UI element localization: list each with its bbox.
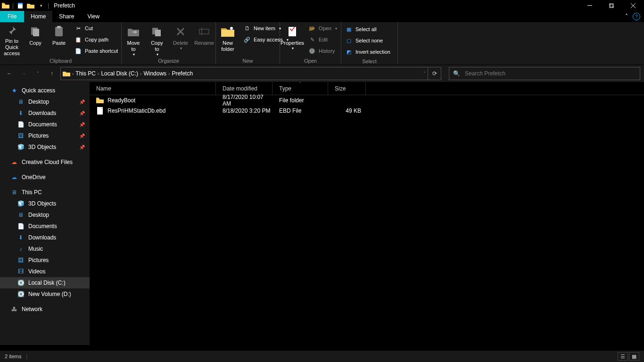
tab-view[interactable]: View <box>81 11 106 22</box>
nav-3d-objects[interactable]: 🧊3D Objects📌 <box>0 141 90 153</box>
nav-pc-documents[interactable]: 📄Documents <box>0 221 90 232</box>
group-label: Select <box>341 58 397 65</box>
search-box[interactable]: 🔍 Search Prefetch <box>449 67 640 80</box>
copy-to-button[interactable]: Copy to▾ <box>145 22 169 57</box>
address-row: ← → ˅ ↑ › This PC› Local Disk (C:)› Wind… <box>0 65 644 82</box>
refresh-button[interactable]: ⟳ <box>428 67 441 80</box>
thumbnails-view-button[interactable]: ▦ <box>629 352 639 361</box>
nav-pc-downloads[interactable]: ⬇Downloads <box>0 232 90 243</box>
file-row[interactable]: ResPriHMStaticDb.ebd8/18/2020 3:20 PMEBD… <box>90 106 644 116</box>
file-name: ResPriHMStaticDb.ebd <box>107 107 165 114</box>
col-size[interactable]: Size <box>328 82 366 95</box>
move-to-button[interactable]: Move to▾ <box>122 22 145 57</box>
edit-button[interactable]: ✎Edit <box>306 34 339 45</box>
drive-icon: 💽 <box>17 279 25 287</box>
cut-icon: ✂ <box>74 25 82 32</box>
qat-dropdown-icon[interactable]: ▾ <box>37 2 45 9</box>
nav-network[interactable]: 🖧Network <box>0 304 90 315</box>
address-bar[interactable]: › This PC› Local Disk (C:)› Windows› Pre… <box>60 67 428 80</box>
nav-pc-music[interactable]: ♪Music <box>0 243 90 255</box>
ribbon: Pin to Quick access Copy Paste ✂Cut 📋Cop… <box>0 22 644 65</box>
delete-button[interactable]: Delete▾ <box>169 22 192 57</box>
column-headers: Name Date modified Type˅ Size <box>90 82 644 95</box>
paste-shortcut-button[interactable]: 📄Paste shortcut <box>73 46 120 56</box>
nav-pc-desktop[interactable]: 🖥Desktop <box>0 209 90 221</box>
downloads-icon: ⬇ <box>17 234 25 241</box>
maximize-button[interactable] <box>601 0 622 11</box>
col-type[interactable]: Type˅ <box>272 82 328 95</box>
tab-home[interactable]: Home <box>24 11 52 22</box>
folder-icon <box>63 71 70 76</box>
paste-button[interactable]: Paste <box>47 22 71 57</box>
tab-share[interactable]: Share <box>52 11 81 22</box>
pin-icon: 📌 <box>79 122 85 127</box>
breadcrumb-item[interactable]: Windows <box>143 70 166 77</box>
recent-locations-button[interactable]: ˅ <box>32 68 43 79</box>
nav-pc-3d[interactable]: 🧊3D Objects <box>0 198 90 209</box>
select-none-icon: ▢ <box>345 37 353 44</box>
new-folder-button[interactable]: New folder <box>216 22 239 57</box>
copy-path-button[interactable]: 📋Copy path <box>73 34 120 45</box>
properties-qat-icon[interactable] <box>17 2 24 9</box>
collapse-ribbon-icon[interactable]: ˄ <box>625 13 628 20</box>
nav-pc-videos[interactable]: 🎞Videos <box>0 266 90 277</box>
file-name: ReadyBoot <box>107 97 135 104</box>
title-bar: | ▾ | Prefetch <box>0 0 644 11</box>
group-label: Organize <box>122 57 215 65</box>
status-text: 2 items <box>5 354 21 359</box>
folder-qat-icon[interactable] <box>27 2 34 9</box>
history-button[interactable]: 🕘History <box>306 46 339 56</box>
rename-button[interactable]: Rename <box>192 22 216 57</box>
forward-button[interactable]: → <box>18 68 29 79</box>
nav-local-disk-c[interactable]: 💽Local Disk (C:) <box>0 277 90 288</box>
ribbon-tabs: File Home Share View ˄ ? <box>0 11 644 22</box>
details-view-button[interactable]: ☰ <box>618 352 628 361</box>
col-date[interactable]: Date modified <box>216 82 272 95</box>
nav-creative-cloud[interactable]: ☁Creative Cloud Files <box>0 156 90 168</box>
pin-icon: 📌 <box>79 99 85 105</box>
open-icon: 📂 <box>308 25 316 32</box>
properties-button[interactable]: Properties▾ <box>280 22 305 57</box>
nav-documents[interactable]: 📄Documents📌 <box>0 119 90 130</box>
copy-button[interactable]: Copy <box>24 22 47 57</box>
svg-rect-10 <box>155 30 161 36</box>
breadcrumb-item[interactable]: This PC <box>75 70 96 77</box>
window-title: Prefetch <box>54 2 75 9</box>
nav-pictures[interactable]: 🖼Pictures📌 <box>0 130 90 141</box>
3d-icon: 🧊 <box>17 200 25 207</box>
pin-icon: 📌 <box>79 145 85 150</box>
col-name[interactable]: Name <box>90 82 216 95</box>
select-all-button[interactable]: ▦Select all <box>343 24 392 34</box>
open-button[interactable]: 📂Open▾ <box>306 23 339 33</box>
close-button[interactable] <box>622 0 644 11</box>
nav-pc-pictures[interactable]: 🖼Pictures <box>0 255 90 266</box>
file-row[interactable]: ReadyBoot8/17/2020 10:07 AMFile folder <box>90 95 644 106</box>
back-button[interactable]: ← <box>4 68 15 79</box>
breadcrumb-item[interactable]: Local Disk (C:) <box>101 70 138 77</box>
nav-desktop[interactable]: 🖥Desktop📌 <box>0 96 90 107</box>
pictures-icon: 🖼 <box>17 132 25 140</box>
invert-selection-button[interactable]: ◩Invert selection <box>343 47 392 57</box>
breadcrumb-item[interactable]: Prefetch <box>172 70 193 77</box>
file-list: Name Date modified Type˅ Size ReadyBoot8… <box>90 82 644 345</box>
select-all-icon: ▦ <box>345 25 353 33</box>
tab-file[interactable]: File <box>0 11 24 22</box>
cc-icon: ☁ <box>10 158 18 166</box>
nav-this-pc[interactable]: 🖥This PC <box>0 187 90 198</box>
onedrive-icon: ☁ <box>10 173 18 181</box>
group-label: Clipboard <box>0 57 121 65</box>
search-placeholder: Search Prefetch <box>465 70 505 77</box>
select-none-button[interactable]: ▢Select none <box>343 35 392 46</box>
downloads-icon: ⬇ <box>17 109 25 117</box>
nav-new-volume-d[interactable]: 💽New Volume (D:) <box>0 288 90 300</box>
nav-quick-access[interactable]: ★Quick access <box>0 85 90 96</box>
nav-downloads[interactable]: ⬇Downloads📌 <box>0 107 90 119</box>
pin-to-quick-access-button[interactable]: Pin to Quick access <box>0 22 24 57</box>
help-icon[interactable]: ? <box>633 13 640 20</box>
invert-selection-icon: ◩ <box>345 48 353 56</box>
up-button[interactable]: ↑ <box>46 68 58 79</box>
svg-rect-14 <box>289 27 296 36</box>
minimize-button[interactable] <box>579 0 601 11</box>
cut-button[interactable]: ✂Cut <box>73 23 120 33</box>
nav-onedrive[interactable]: ☁OneDrive <box>0 172 90 183</box>
